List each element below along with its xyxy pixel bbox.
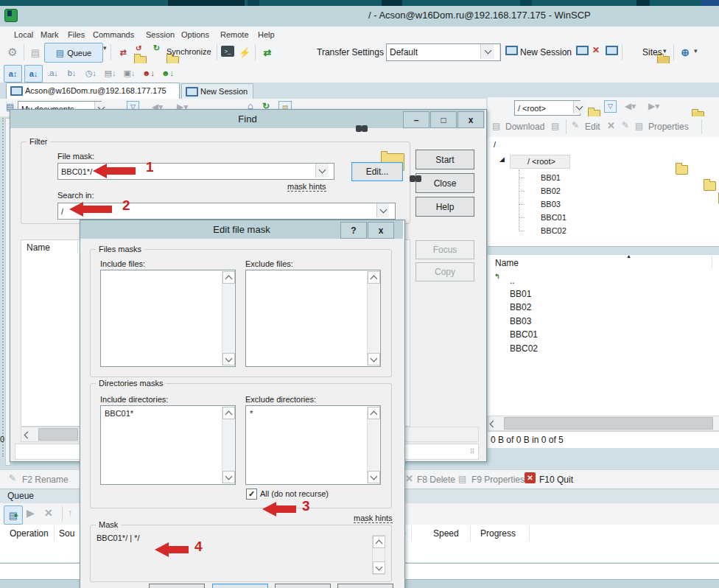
- sort-rights-lock-icon[interactable]: ▣↓: [121, 65, 138, 81]
- queue-dropdown-caret[interactable]: ▾: [103, 44, 107, 52]
- close-session-icon[interactable]: ✕: [592, 45, 600, 55]
- edit-mask-hints-link[interactable]: mask hints: [354, 514, 393, 523]
- sites-label[interactable]: Sites: [642, 47, 662, 57]
- remote-path-combo-arrow[interactable]: [573, 101, 585, 113]
- include-directories-textarea[interactable]: BBC01*: [100, 405, 236, 485]
- menu-mark[interactable]: Mark: [36, 29, 63, 41]
- sessions-icon[interactable]: [606, 46, 618, 55]
- start-button[interactable]: Start: [415, 150, 474, 169]
- close-button[interactable]: Close: [415, 173, 474, 193]
- remote-list-column-name[interactable]: Name: [495, 258, 519, 268]
- menu-files[interactable]: Files: [63, 29, 89, 41]
- properties-doc-icon[interactable]: ▤: [635, 121, 643, 131]
- edit-mask-button[interactable]: Edit...: [351, 162, 403, 181]
- title-bar[interactable]: [0, 6, 719, 27]
- synchronize-label[interactable]: Synchronize: [166, 47, 211, 56]
- console-icon[interactable]: >_: [221, 46, 234, 57]
- exclude-directories-scrollbar[interactable]: [367, 407, 379, 483]
- refresh-panel-icon[interactable]: ⇄: [259, 44, 276, 60]
- sort-extension-icon[interactable]: .a↓: [44, 65, 61, 81]
- mask-scrollbar[interactable]: [372, 535, 385, 575]
- remote-forward-icon[interactable]: ▶▾: [648, 101, 659, 111]
- find-close-button[interactable]: x: [457, 111, 484, 128]
- tree-item[interactable]: BBC01: [541, 213, 567, 222]
- f10-quit-button[interactable]: F10 Quit: [539, 475, 573, 485]
- edit-mask-close-button[interactable]: x: [368, 222, 394, 239]
- exclude-files-scrollbar[interactable]: [367, 271, 379, 365]
- download-label[interactable]: Download: [505, 122, 544, 132]
- tree-item[interactable]: BB01: [541, 173, 561, 182]
- help-button[interactable]: Help: [415, 197, 474, 217]
- tree-item[interactable]: BB03: [541, 200, 561, 209]
- new-session-icon[interactable]: [505, 46, 518, 55]
- remote-list-header[interactable]: [488, 255, 719, 270]
- queue-move-up-icon[interactable]: ↑: [68, 507, 73, 518]
- include-directories-scrollbar[interactable]: [222, 407, 234, 483]
- edit-mask-help-button[interactable]: ?: [340, 222, 367, 239]
- queue-play-icon[interactable]: ▶: [27, 507, 35, 519]
- tree-expander-icon[interactable]: ◢: [499, 155, 505, 163]
- find-minimize-button[interactable]: –: [403, 111, 429, 128]
- sort-size-icon[interactable]: b↓: [63, 65, 80, 81]
- file-row[interactable]: BB02: [510, 302, 531, 312]
- exclude-files-textarea[interactable]: [245, 270, 381, 367]
- queue-show-icon[interactable]: ▤: [4, 505, 23, 525]
- edit-mask-bottom-button-4[interactable]: [337, 584, 393, 588]
- remote-path-bar[interactable]: [488, 137, 719, 154]
- file-row[interactable]: BBC01: [510, 329, 538, 340]
- file-row[interactable]: ..: [510, 276, 515, 286]
- scroll-left-button[interactable]: [491, 419, 496, 428]
- f2-rename-button[interactable]: F2 Rename: [22, 475, 69, 485]
- find-resize-grip[interactable]: ⠿: [470, 448, 475, 455]
- mask-hints-link[interactable]: mask hints: [287, 182, 326, 192]
- menu-commands[interactable]: Commands: [88, 29, 138, 41]
- rename-icon[interactable]: ✎: [622, 120, 629, 130]
- find-maximize-button[interactable]: □: [430, 111, 457, 128]
- queue-button[interactable]: ▤ Queue: [44, 43, 103, 63]
- file-row[interactable]: BB01: [510, 289, 531, 299]
- remote-path-combo[interactable]: / <root>: [514, 100, 581, 116]
- transfer-settings-combo-arrow[interactable]: [480, 44, 494, 59]
- url-lightning-icon[interactable]: ⚡: [237, 44, 252, 60]
- queue-col-progress[interactable]: Progress: [480, 528, 516, 539]
- abort-icon[interactable]: ▤: [28, 44, 43, 60]
- all-do-not-recurse-checkbox[interactable]: ✓: [246, 489, 257, 500]
- menu-session[interactable]: Session: [141, 29, 179, 41]
- properties-label[interactable]: Properties: [648, 122, 689, 132]
- queue-col-speed[interactable]: Speed: [433, 528, 459, 539]
- download-icon[interactable]: ▤: [492, 121, 500, 131]
- download-options-icon[interactable]: ▤: [551, 121, 559, 131]
- remote-hscroll-thumb[interactable]: [504, 417, 713, 430]
- menu-remote[interactable]: Remote: [216, 29, 253, 41]
- globe-caret[interactable]: ▾: [694, 47, 698, 55]
- delete-x-icon[interactable]: ✕: [607, 120, 615, 131]
- all-do-not-recurse-label[interactable]: All (do not recurse): [260, 489, 329, 498]
- find-hscroll-thumb[interactable]: [38, 428, 78, 441]
- sort-owner-icon[interactable]: ☻↓: [140, 65, 157, 81]
- sort-name-both-icon[interactable]: a↕: [4, 65, 22, 83]
- edit-mask-ok-button[interactable]: [212, 584, 268, 588]
- f9-properties-button[interactable]: F9 Properties: [471, 475, 525, 485]
- tree-item[interactable]: BBC02: [541, 226, 567, 235]
- include-files-scrollbar[interactable]: [222, 271, 234, 365]
- queue-col-source[interactable]: Sou: [59, 528, 74, 539]
- sort-name-icon[interactable]: a↓: [24, 65, 43, 83]
- edit-mask-bottom-button-3[interactable]: [275, 584, 331, 588]
- exclude-directories-textarea[interactable]: *: [245, 405, 381, 485]
- menu-options[interactable]: Options: [177, 29, 214, 41]
- sort-group-icon[interactable]: ☻↓: [159, 65, 176, 81]
- file-row[interactable]: BB03: [510, 316, 531, 326]
- f8-delete-button[interactable]: F8 Delete: [417, 475, 455, 485]
- search-in-combo-arrow[interactable]: [376, 203, 389, 217]
- menu-help[interactable]: Help: [253, 29, 279, 41]
- duplicate-session-icon[interactable]: [576, 46, 589, 55]
- edit-label[interactable]: Edit: [585, 122, 600, 132]
- remote-back-icon[interactable]: ◀▾: [625, 101, 636, 111]
- queue-col-operation[interactable]: Operation: [10, 528, 49, 539]
- focus-button[interactable]: Focus: [415, 240, 474, 259]
- include-files-textarea[interactable]: [100, 270, 236, 367]
- preferences-gear-icon[interactable]: ⚙: [4, 44, 21, 60]
- sort-time-clock-icon[interactable]: ◷↓: [83, 65, 99, 81]
- new-session-label[interactable]: New Session: [520, 47, 572, 57]
- tree-item[interactable]: BB02: [541, 186, 561, 195]
